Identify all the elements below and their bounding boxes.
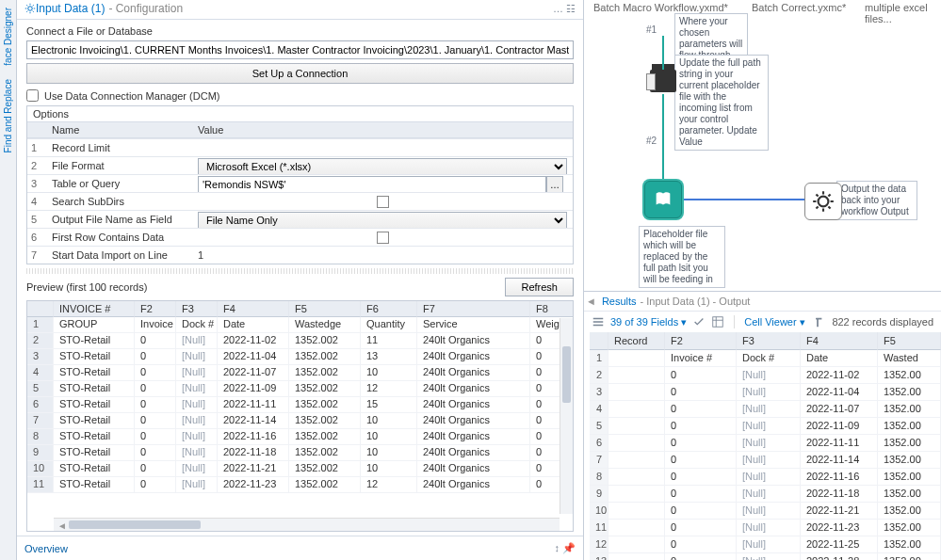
results-cell[interactable]: 1352.00	[878, 536, 941, 553]
results-cell[interactable]: 2022-11-18	[801, 486, 878, 503]
preview-cell[interactable]: 13	[361, 349, 417, 365]
preview-cell[interactable]: 0	[135, 365, 176, 381]
preview-cell[interactable]: 240lt Organics	[417, 461, 530, 477]
pin-icon[interactable]: … ☷	[553, 3, 576, 15]
results-cell[interactable]	[608, 486, 665, 503]
results-cell[interactable]: 1352.00	[878, 384, 941, 401]
results-cell[interactable]: Wasted	[878, 350, 941, 367]
results-cell[interactable]	[608, 435, 665, 452]
results-cell[interactable]	[608, 553, 665, 560]
preview-cell[interactable]: 240lt Organics	[417, 477, 530, 493]
results-cell[interactable]: 1352.00	[878, 452, 941, 469]
preview-cell[interactable]: Date	[218, 317, 289, 333]
preview-cell[interactable]: Wastedge	[289, 317, 361, 333]
preview-cell[interactable]: 2022-11-02	[218, 333, 289, 349]
preview-cell[interactable]: STO-Retail	[54, 477, 135, 493]
preview-cell[interactable]: 1352.002	[289, 365, 361, 381]
results-cell[interactable]: 0	[665, 418, 737, 435]
preview-cell[interactable]: Service	[417, 317, 530, 333]
preview-cell[interactable]: 1352.002	[289, 333, 361, 349]
results-cell[interactable]	[608, 367, 665, 384]
preview-cell[interactable]: 240lt Organics	[417, 365, 530, 381]
paragraph-icon[interactable]	[811, 315, 824, 328]
preview-cell[interactable]: STO-Retail	[54, 333, 135, 349]
results-col-header[interactable]: F4	[801, 332, 878, 350]
preview-cell[interactable]: 11	[361, 333, 417, 349]
results-cell[interactable]: 2022-11-09	[801, 418, 878, 435]
preview-cell[interactable]: STO-Retail	[54, 413, 135, 429]
preview-row-num[interactable]: 11	[27, 477, 54, 493]
results-cell[interactable]: 2022-11-23	[801, 520, 878, 536]
results-row-num[interactable]: 10	[590, 503, 608, 520]
results-cell[interactable]: 1352.00	[878, 553, 941, 560]
results-cell[interactable]: 1352.00	[878, 520, 941, 536]
preview-cell[interactable]: 10	[361, 365, 417, 381]
results-cell[interactable]	[608, 384, 665, 401]
preview-cell[interactable]: 2022-11-21	[218, 461, 289, 477]
workflow-tab-3[interactable]: multiple excel files...	[857, 0, 941, 26]
option-3-browse[interactable]: …	[546, 176, 563, 193]
results-row-num[interactable]: 3	[590, 384, 608, 401]
results-cell[interactable]: 0	[665, 384, 737, 401]
results-col-header[interactable]: F3	[737, 332, 801, 350]
preview-cell[interactable]: [Null]	[176, 349, 218, 365]
preview-cell[interactable]: 240lt Organics	[417, 349, 530, 365]
preview-col-header[interactable]: F7	[417, 301, 530, 317]
preview-cell[interactable]: 240lt Organics	[417, 333, 530, 349]
preview-col-header[interactable]: INVOICE #	[54, 301, 135, 317]
preview-cell[interactable]: [Null]	[176, 429, 218, 445]
preview-cell[interactable]: 0	[135, 477, 176, 493]
overview-bar[interactable]: Overview ↕ 📌	[17, 536, 583, 560]
results-cell[interactable]: 0	[665, 486, 737, 503]
preview-cell[interactable]: 2022-11-23	[218, 477, 289, 493]
results-cell[interactable]	[608, 350, 665, 367]
preview-cell[interactable]: STO-Retail	[54, 349, 135, 365]
results-row-num[interactable]: 1	[590, 350, 608, 367]
preview-cell[interactable]: STO-Retail	[54, 461, 135, 477]
refresh-button[interactable]: Refresh	[505, 278, 574, 296]
preview-cell[interactable]: 1352.002	[289, 381, 361, 397]
preview-cell[interactable]: 10	[361, 445, 417, 461]
results-cell[interactable]: 2022-11-16	[801, 469, 878, 486]
results-row-num[interactable]: 8	[590, 469, 608, 486]
results-col-header[interactable]: F2	[665, 332, 737, 350]
option-3-input[interactable]	[198, 176, 546, 193]
results-col-header[interactable]: Record	[608, 332, 665, 350]
preview-col-header[interactable]: F8	[530, 301, 574, 317]
results-row-num[interactable]: 4	[590, 401, 608, 418]
preview-row-num[interactable]: 2	[27, 333, 54, 349]
preview-cell[interactable]: 1352.002	[289, 397, 361, 413]
preview-cell[interactable]: 1352.002	[289, 461, 361, 477]
preview-cell[interactable]: 2022-11-07	[218, 365, 289, 381]
check-icon[interactable]	[692, 315, 706, 328]
option-2-select[interactable]: Microsoft Excel (*.xlsx)	[198, 158, 567, 175]
preview-cell[interactable]: [Null]	[176, 445, 218, 461]
results-cell[interactable]: 0	[665, 401, 737, 418]
preview-cell[interactable]: [Null]	[176, 381, 218, 397]
results-row-num[interactable]: 6	[590, 435, 608, 452]
preview-cell[interactable]: 2022-11-09	[218, 381, 289, 397]
option-4-checkbox[interactable]	[377, 196, 389, 208]
results-row-num[interactable]: 2	[590, 367, 608, 384]
results-cell[interactable]: 2022-11-02	[801, 367, 878, 384]
results-cell[interactable]	[608, 401, 665, 418]
results-cell[interactable]: [Null]	[737, 469, 801, 486]
option-5-select[interactable]: File Name Only	[198, 212, 567, 229]
preview-row-num[interactable]: 9	[27, 445, 54, 461]
results-cell[interactable]: [Null]	[737, 503, 801, 520]
preview-cell[interactable]: 2022-11-11	[218, 397, 289, 413]
preview-cell[interactable]: STO-Retail	[54, 365, 135, 381]
preview-col-header[interactable]: F4	[218, 301, 289, 317]
file-path-input[interactable]	[26, 40, 574, 59]
preview-cell[interactable]: 0	[135, 429, 176, 445]
preview-cell[interactable]: 0	[135, 349, 176, 365]
setup-connection-button[interactable]: Set Up a Connection	[26, 63, 574, 84]
results-cell[interactable]: 1352.00	[878, 486, 941, 503]
preview-cell[interactable]: [Null]	[176, 477, 218, 493]
results-cell[interactable]: [Null]	[737, 486, 801, 503]
preview-cell[interactable]: 12	[361, 381, 417, 397]
results-cell[interactable]: [Null]	[737, 520, 801, 536]
results-cell[interactable]: [Null]	[737, 401, 801, 418]
results-cell[interactable]: 0	[665, 469, 737, 486]
preview-cell[interactable]: [Null]	[176, 413, 218, 429]
